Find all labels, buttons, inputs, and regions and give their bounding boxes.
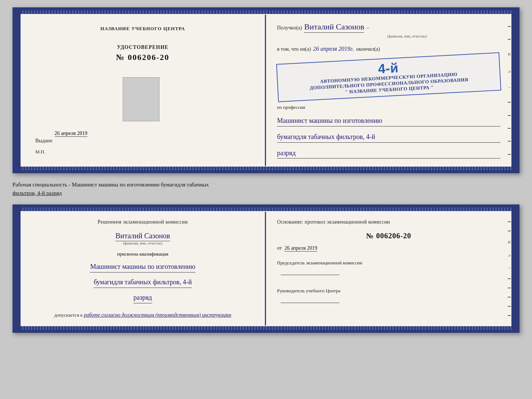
side-decoration: И ,а ← [508,18,511,162]
deco-b-i: И [508,240,511,244]
stamp-block: 4-й АВТОНОМНУЮ НЕКОММЕРЧЕСКУЮ ОРГАНИЗАЦИ… [276,52,502,102]
protokol-number: № 006206-20 [277,232,500,240]
deco-b-dash-3 [508,278,511,279]
udostoverenie-number: № 006206-20 [116,53,169,62]
po-professii-text: по профессии [277,104,305,110]
border-top [21,10,511,14]
udostoverenie-block: УДОСТОВЕРЕНИЕ № 006206-20 [116,44,169,62]
dopuskaetsya-val: работе согласно должностным (производств… [84,312,231,318]
deco-dash-2 [508,39,511,40]
between-text2-underline: фильтров, 4-й разряд [12,190,62,196]
qual-line1: Машинист машины по изготовлению [90,261,195,272]
doc-top-left: НАЗВАНИЕ УЧЕБНОГО ЦЕНТРА УДОСТОВЕРЕНИЕ №… [21,15,266,166]
recipient-name: Виталий Сазонов [304,22,364,33]
okonchil-label: окончил(а) [356,46,380,52]
name-sub: (фамилия, имя, отчество) [314,34,500,38]
border-bottom [21,167,511,170]
bottom-name-sub: (фамилия, имя, отчество) [115,241,170,245]
document-bottom: Решением экзаменационной комиссии Витали… [12,204,520,332]
border-top-bottom [21,207,511,211]
bottom-name: Виталий Сазонов [115,232,170,241]
deco-dash-4 [508,115,511,116]
rukovoditel-signature-line [281,303,339,303]
rukovoditel-block: Руководитель учебного Центра [277,287,500,306]
vtom-prefix: в том, что он(а) [277,46,311,52]
training-center-title: НАЗВАНИЕ УЧЕБНОГО ЦЕНТРА [100,26,185,32]
spine-right [511,10,517,170]
profession-line2: бумагидля табачных фильтров, 4-й [277,132,500,143]
spine-left-bottom [15,207,21,329]
deco-b-dash-7 [508,315,511,316]
ot-prefix: от [277,245,282,251]
mp-label: М.П. [35,149,45,155]
rukovoditel-label: Руководитель учебного Центра [277,287,500,295]
deco-i: И [508,52,511,56]
deco-b-arrow: ← [508,266,511,270]
vydano-label: Выдано [35,131,53,144]
po-professii-label: по профессии [277,104,500,110]
deco-a: ,а [508,69,511,73]
dopuskaetsya-block: допускается к работе согласно должностны… [54,306,231,318]
predsedatel-label: Председатель экзаменационной комиссии [277,259,500,267]
poluchil-prefix: Получил(а) [277,25,302,31]
border-bottom-bottom [21,326,511,330]
deco-b-a: ,а [508,253,511,257]
ot-date-val: 26 апреля 2019 [284,245,317,252]
qual-line3: разряд [133,292,152,303]
vtom-line: в том, что он(а) 26 апреля 2019г. окончи… [277,46,500,52]
vydano-date: 26 апреля 2019 [55,131,87,137]
doc-bottom-left: Решением экзаменационной комиссии Витали… [21,212,266,325]
profession-line1: Машинист машины по изготовлению [277,115,500,127]
spine-right-bottom [511,207,517,329]
deco-dash-5 [508,128,511,129]
poluchil-line: Получил(а) Виталий Сазонов – [277,22,500,33]
deco-dash-3 [508,102,511,103]
side-decoration-bottom: И ,а ← [508,215,511,321]
between-label: Рабочая специальность - Машинист машины … [12,179,520,199]
dash-symbol: – [366,25,369,31]
deco-dash-1 [508,26,511,27]
doc-bottom-right: Основание: протокол экзаменационной коми… [266,212,511,325]
osnovaniye-text: Основание: протокол экзаменационной коми… [277,219,500,225]
deco-arrow: ← [508,85,511,90]
between-text2: фильтров, 4-й разряд [12,189,520,197]
reshenie-label: Решением экзаменационной комиссии [98,219,188,225]
qual-line2: бумагидля табачных фильтров, 4-й [94,277,192,288]
deco-b-dash-5 [508,297,511,298]
predsedatel-block: Председатель экзаменационной комиссии [277,259,500,278]
deco-b-dash-6 [508,306,511,307]
ot-date-line: от 26 апреля 2019 [277,245,500,251]
profession-line3: разряд [277,148,500,159]
predsedatel-signature-line [281,275,339,275]
deco-b-dash-2 [508,231,511,231]
document-top: НАЗВАНИЕ УЧЕБНОГО ЦЕНТРА УДОСТОВЕРЕНИЕ №… [12,7,520,173]
doc-top-right: Получил(а) Виталий Сазонов – (фамилия, и… [266,15,511,166]
deco-dash-6 [508,141,511,142]
between-text1: Рабочая специальность - Машинист машины … [12,181,520,189]
deco-dash-7 [508,154,511,155]
deco-b-dash-4 [508,288,511,288]
dopuskaetsya-prefix: допускается к [54,312,83,318]
spine-left [15,10,21,170]
udostoverenie-label: УДОСТОВЕРЕНИЕ [116,44,169,50]
vtom-date: 26 апреля 2019г. [313,46,354,52]
prisvoena-label: присвоена квалификация [117,251,168,257]
deco-b-dash-1 [508,221,511,222]
photo-placeholder [123,77,159,121]
